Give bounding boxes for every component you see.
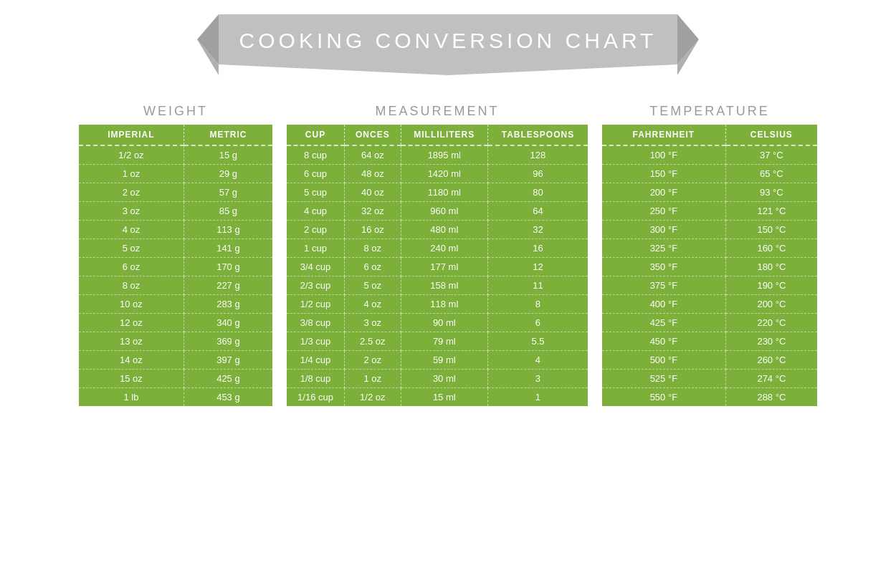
meas-ml: 30 ml	[401, 370, 487, 388]
meas-oz: 64 oz	[345, 145, 401, 165]
meas-ml: 1895 ml	[401, 145, 487, 165]
measurement-title: MEASUREMENT	[287, 104, 588, 119]
meas-tbsp: 128	[487, 145, 588, 165]
weight-metric: 113 g	[184, 221, 272, 239]
meas-cup: 1 cup	[287, 239, 345, 258]
table-row: 8 oz 227 g	[79, 276, 272, 295]
table-row: 14 oz 397 g	[79, 351, 272, 370]
weight-col2-header: METRIC	[184, 125, 272, 145]
table-row: 1/2 cup 4 oz 118 ml 8	[287, 295, 588, 314]
temperature-title: TEMPERATURE	[602, 104, 817, 119]
temp-fahrenheit: 200 °F	[602, 183, 725, 202]
weight-imperial: 10 oz	[79, 295, 184, 314]
meas-cup: 8 cup	[287, 145, 345, 165]
meas-ml: 177 ml	[401, 258, 487, 276]
table-row: 1 lb 453 g	[79, 388, 272, 407]
meas-ml: 15 ml	[401, 388, 487, 407]
meas-ml: 960 ml	[401, 202, 487, 221]
weight-metric: 425 g	[184, 370, 272, 388]
meas-oz: 48 oz	[345, 165, 401, 183]
temperature-table: FAHRENHEIT CELSIUS 100 °F 37 °C 150 °F 6…	[602, 125, 817, 406]
meas-tbsp: 8	[487, 295, 588, 314]
weight-metric: 85 g	[184, 202, 272, 221]
meas-tbsp: 11	[487, 276, 588, 295]
table-row: 2/3 cup 5 oz 158 ml 11	[287, 276, 588, 295]
weight-imperial: 3 oz	[79, 202, 184, 221]
meas-ml: 59 ml	[401, 351, 487, 370]
temp-fahrenheit: 100 °F	[602, 145, 725, 165]
meas-tbsp: 16	[487, 239, 588, 258]
meas-ml: 118 ml	[401, 295, 487, 314]
weight-imperial: 6 oz	[79, 258, 184, 276]
temp-celsius: 230 °C	[725, 332, 817, 351]
meas-ml: 1180 ml	[401, 183, 487, 202]
table-row: 5 oz 141 g	[79, 239, 272, 258]
weight-imperial: 13 oz	[79, 332, 184, 351]
temp-fahrenheit: 450 °F	[602, 332, 725, 351]
meas-ml: 480 ml	[401, 221, 487, 239]
temp-fahrenheit: 325 °F	[602, 239, 725, 258]
table-row: 6 oz 170 g	[79, 258, 272, 276]
weight-imperial: 5 oz	[79, 239, 184, 258]
meas-cup: 1/8 cup	[287, 370, 345, 388]
table-row: 3/4 cup 6 oz 177 ml 12	[287, 258, 588, 276]
temp-celsius: 65 °C	[725, 165, 817, 183]
temp-col2-header: CELSIUS	[725, 125, 817, 145]
meas-tbsp: 3	[487, 370, 588, 388]
table-row: 100 °F 37 °C	[602, 145, 817, 165]
temp-fahrenheit: 500 °F	[602, 351, 725, 370]
table-row: 1 cup 8 oz 240 ml 16	[287, 239, 588, 258]
main-content: WEIGHT IMPERIAL METRIC 1/2 oz 15 g 1 oz …	[18, 104, 878, 406]
temp-fahrenheit: 375 °F	[602, 276, 725, 295]
weight-title: WEIGHT	[79, 104, 272, 119]
table-row: 450 °F 230 °C	[602, 332, 817, 351]
weight-metric: 283 g	[184, 295, 272, 314]
meas-oz: 1/2 oz	[345, 388, 401, 407]
temp-celsius: 190 °C	[725, 276, 817, 295]
table-row: 4 cup 32 oz 960 ml 64	[287, 202, 588, 221]
meas-col3-header: MILLILITERS	[401, 125, 487, 145]
table-row: 325 °F 160 °C	[602, 239, 817, 258]
table-row: 2 oz 57 g	[79, 183, 272, 202]
table-row: 400 °F 200 °C	[602, 295, 817, 314]
temp-fahrenheit: 525 °F	[602, 370, 725, 388]
weight-table: IMPERIAL METRIC 1/2 oz 15 g 1 oz 29 g 2 …	[79, 125, 272, 406]
table-row: 1/4 cup 2 oz 59 ml 4	[287, 351, 588, 370]
table-row: 525 °F 274 °C	[602, 370, 817, 388]
meas-col1-header: CUP	[287, 125, 345, 145]
temp-celsius: 200 °C	[725, 295, 817, 314]
table-row: 1/16 cup 1/2 oz 15 ml 1	[287, 388, 588, 407]
table-row: 6 cup 48 oz 1420 ml 96	[287, 165, 588, 183]
meas-tbsp: 32	[487, 221, 588, 239]
meas-cup: 1/3 cup	[287, 332, 345, 351]
temp-fahrenheit: 350 °F	[602, 258, 725, 276]
table-row: 15 oz 425 g	[79, 370, 272, 388]
meas-tbsp: 64	[487, 202, 588, 221]
meas-oz: 8 oz	[345, 239, 401, 258]
weight-metric: 340 g	[184, 314, 272, 332]
table-row: 375 °F 190 °C	[602, 276, 817, 295]
weight-imperial: 1 lb	[79, 388, 184, 407]
meas-tbsp: 5.5	[487, 332, 588, 351]
temp-col1-header: FAHRENHEIT	[602, 125, 725, 145]
weight-imperial: 1/2 oz	[79, 145, 184, 165]
temp-celsius: 260 °C	[725, 351, 817, 370]
meas-cup: 5 cup	[287, 183, 345, 202]
meas-oz: 4 oz	[345, 295, 401, 314]
weight-metric: 397 g	[184, 351, 272, 370]
measurement-table: CUP ONCES MILLILITERS TABLESPOONS 8 cup …	[287, 125, 588, 406]
temp-celsius: 150 °C	[725, 221, 817, 239]
meas-oz: 32 oz	[345, 202, 401, 221]
meas-col2-header: ONCES	[345, 125, 401, 145]
table-row: 1/8 cup 1 oz 30 ml 3	[287, 370, 588, 388]
meas-cup: 2/3 cup	[287, 276, 345, 295]
weight-metric: 29 g	[184, 165, 272, 183]
weight-metric: 453 g	[184, 388, 272, 407]
weight-metric: 15 g	[184, 145, 272, 165]
table-row: 250 °F 121 °C	[602, 202, 817, 221]
temp-fahrenheit: 250 °F	[602, 202, 725, 221]
meas-tbsp: 12	[487, 258, 588, 276]
meas-oz: 6 oz	[345, 258, 401, 276]
temp-fahrenheit: 300 °F	[602, 221, 725, 239]
table-row: 5 cup 40 oz 1180 ml 80	[287, 183, 588, 202]
